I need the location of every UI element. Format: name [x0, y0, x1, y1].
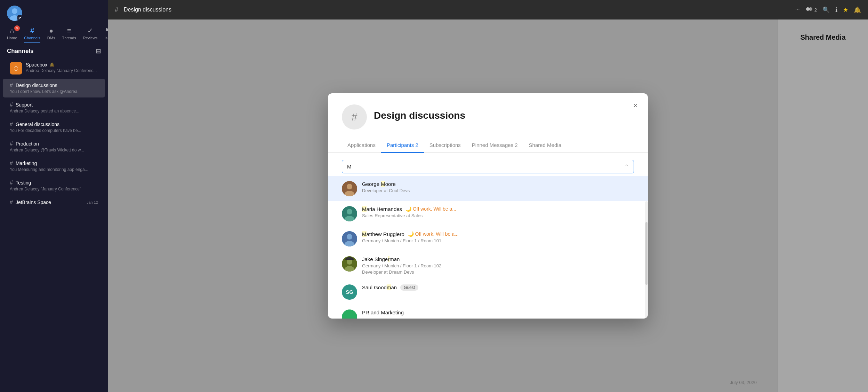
- hash-icon-modal: #: [352, 111, 357, 123]
- highlight-m: m: [387, 284, 391, 290]
- jake-singerman-name: Jake Singerman: [362, 256, 400, 262]
- participant-saul-goodman[interactable]: SG Saul Goodman Guest: [328, 280, 648, 305]
- pr-marketing-name: PR and Marketing: [362, 309, 404, 315]
- home-icon: ⌂: [10, 27, 14, 35]
- nav-threads-label: Threads: [62, 36, 76, 40]
- avatar-jake-singerman: [342, 256, 357, 272]
- topbar-title: Design discussions: [124, 7, 171, 13]
- highlight-r: r: [388, 256, 389, 262]
- nav-home[interactable]: ⌂ Home 5: [7, 27, 17, 40]
- channel-spacebox[interactable]: ⬡ Spacebox 🔔 Andrea Delacey "January Con…: [3, 58, 105, 78]
- pr-marketing-info: PR and Marketing: [362, 309, 634, 315]
- pr-marketing-name-row: PR and Marketing: [362, 309, 634, 315]
- chevron-up-icon: ⌃: [625, 164, 629, 169]
- user-avatar[interactable]: M: [7, 6, 22, 21]
- modal-tabs: Applications Participants 2 Subscription…: [328, 138, 648, 153]
- star-icon[interactable]: ★: [843, 6, 848, 14]
- saul-goodman-name: Saul Goodman: [362, 284, 397, 290]
- saul-goodman-name-row: Saul Goodman Guest: [362, 284, 634, 291]
- nav-dms-label: DMs: [47, 36, 55, 40]
- svg-point-1: [12, 8, 17, 14]
- info-icon[interactable]: ℹ: [835, 6, 837, 14]
- tab-pinned-messages[interactable]: Pinned Messages 2: [466, 138, 523, 153]
- tab-participants[interactable]: Participants 2: [381, 138, 424, 153]
- jake-singerman-name-row: Jake Singerman: [362, 256, 634, 262]
- channel-date: Jan 12: [87, 200, 98, 204]
- spacebox-name: Spacebox: [26, 62, 47, 68]
- close-button[interactable]: ×: [630, 100, 641, 111]
- nav-icons: ⌂ Home 5 # Channels ● DMs ≡ Threads ✓ Re…: [0, 24, 108, 43]
- channel-name: General discussions: [16, 121, 59, 127]
- channel-jetbrains[interactable]: # JetBrains Space Jan 12: [3, 196, 105, 209]
- maria-hernandes-name-row: Maria Hernandes 🌙 Off work. Will be a...: [362, 206, 634, 212]
- channel-preview: Andrea Delacey posted an absence...: [10, 109, 93, 113]
- search-icon-topbar[interactable]: 🔍: [822, 6, 830, 14]
- channel-preview: You Measuring and monitoring app enga...: [10, 167, 93, 172]
- channel-marketing[interactable]: # Marketing You Measuring and monitoring…: [3, 157, 105, 175]
- maria-hernandes-subtitle: Sales Representative at Sales: [362, 213, 634, 218]
- spacebox-bell: 🔔: [49, 62, 55, 67]
- svg-point-11: [347, 209, 352, 214]
- channel-production[interactable]: # Production Andrea Delacey @Travis Wick…: [3, 137, 105, 156]
- channel-general[interactable]: # General discussions You For decades co…: [3, 118, 105, 136]
- hash-icon-topbar: #: [115, 6, 118, 14]
- matthew-status: 🌙 Off work. Will be a...: [408, 231, 459, 237]
- scrollbar-track: [645, 201, 648, 319]
- nav-channels[interactable]: # Channels: [24, 27, 40, 40]
- tab-subscriptions[interactable]: Subscriptions: [424, 138, 466, 153]
- hash-icon: #: [10, 199, 13, 205]
- notification-badge: 5: [14, 25, 20, 31]
- participant-jake-singerman[interactable]: Jake Singerman Germany / Munich / Floor …: [328, 251, 648, 280]
- channel-testing[interactable]: # Testing Andrea Delacey "January Confer…: [3, 176, 105, 195]
- hash-icon: #: [10, 141, 13, 147]
- hash-icon: #: [10, 82, 13, 88]
- more-options-icon[interactable]: ···: [795, 7, 799, 13]
- reviews-icon: ✓: [87, 26, 93, 35]
- nav-dms[interactable]: ● DMs: [47, 27, 55, 40]
- avatar-saul-goodman: SG: [342, 284, 357, 300]
- matthew-ruggiero-name: Matthew Ruggiero: [362, 231, 404, 237]
- spacebox-icon: ⬡: [10, 62, 22, 75]
- participant-maria-hernandes[interactable]: Maria Hernandes 🌙 Off work. Will be a...…: [328, 201, 648, 226]
- george-moore-info: George Moore Developer at Cool Devs: [362, 181, 634, 193]
- participant-george-moore[interactable]: George Moore Developer at Cool Devs: [328, 176, 648, 201]
- jake-singerman-subtitle1: Germany / Munich / Floor 1 / Room 102: [362, 263, 634, 268]
- svg-point-21: [342, 309, 357, 319]
- content-area: Shared Media July 03, 2020 # Design disc…: [108, 19, 868, 392]
- svg-point-8: [347, 184, 352, 189]
- sidebar-header: M: [0, 0, 108, 24]
- channel-name: Support: [16, 102, 33, 108]
- participant-matthew-ruggiero[interactable]: Matthew Ruggiero 🌙 Off work. Will be a..…: [328, 226, 648, 251]
- filter-icon[interactable]: ⊟: [96, 47, 101, 55]
- bell-icon[interactable]: 🔔: [854, 6, 861, 14]
- dms-icon: ●: [49, 27, 53, 35]
- george-moore-name-row: George Moore: [362, 181, 634, 187]
- highlight-m: M: [381, 181, 385, 187]
- maria-status: 🌙 Off work. Will be a...: [405, 206, 456, 212]
- maria-hernandes-name: Maria Hernandes: [362, 206, 402, 212]
- top-bar: # Design discussions ··· 2 🔍 ℹ ★ 🔔: [108, 0, 868, 19]
- avatar-matthew-ruggiero: [342, 231, 357, 246]
- search-area: ⌃: [328, 153, 648, 173]
- hash-icon: #: [10, 121, 13, 127]
- topbar-icons: ··· 2 🔍 ℹ ★ 🔔: [795, 6, 861, 14]
- maria-hernandes-info: Maria Hernandes 🌙 Off work. Will be a...…: [362, 206, 634, 218]
- nav-threads[interactable]: ≡ Threads: [62, 27, 76, 40]
- channel-preview: Andrea Delacey "January Conference": [10, 187, 93, 191]
- hash-icon: #: [10, 102, 13, 108]
- svg-point-6: [809, 7, 812, 11]
- svg-rect-20: [347, 257, 352, 259]
- modal-header: # Design discussions ×: [328, 93, 648, 130]
- tab-shared-media[interactable]: Shared Media: [523, 138, 567, 153]
- participant-pr-marketing[interactable]: PR and Marketing: [328, 305, 648, 319]
- tab-applications[interactable]: Applications: [342, 138, 381, 153]
- scrollbar-thumb[interactable]: [645, 222, 648, 285]
- sidebar: M ⌂ Home 5 # Channels ● DMs ≡ Threads: [0, 0, 108, 392]
- channel-support[interactable]: # Support Andrea Delacey posted an absen…: [3, 98, 105, 117]
- nav-reviews-label: Reviews: [83, 36, 98, 40]
- channel-design-discussions[interactable]: # Design discussions You I don't know. L…: [3, 79, 105, 97]
- modal-title: Design discussions: [374, 104, 465, 121]
- nav-reviews[interactable]: ✓ Reviews: [83, 26, 98, 40]
- search-input[interactable]: [347, 164, 625, 170]
- participants-icon[interactable]: 2: [805, 7, 817, 13]
